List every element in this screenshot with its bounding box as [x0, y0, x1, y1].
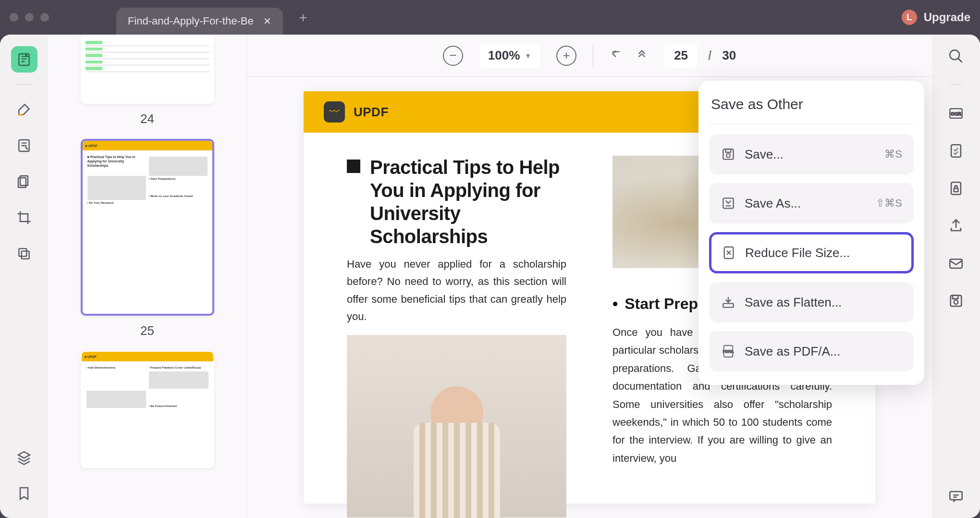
thumbnail-24[interactable]: · · · · · · · · · · · · · · · 24: [73, 35, 221, 126]
tab-close-icon[interactable]: ✕: [263, 15, 271, 27]
ocr-button[interactable]: OCR: [947, 104, 965, 123]
first-page-button[interactable]: [610, 48, 622, 63]
svg-text:OCR: OCR: [951, 111, 961, 116]
keyboard-shortcut: ⌘S: [884, 148, 902, 160]
zoom-level-value: 100%: [488, 48, 520, 63]
tab-title: Find-and-Apply-For-the-Be: [128, 15, 254, 27]
window-controls: [10, 13, 49, 22]
svg-rect-5: [22, 251, 29, 259]
current-page-input[interactable]: 25: [664, 43, 698, 68]
option-label: Reduce File Size...: [745, 246, 902, 260]
chevron-down-icon: ▼: [525, 52, 531, 60]
page-separator: /: [708, 48, 711, 63]
thumbnail-26[interactable]: ■ UPDF • Add Distinctiveness • Prepare F…: [73, 351, 221, 468]
save-option[interactable]: Save... ⌘S: [709, 134, 914, 174]
section-bullet-icon: [347, 160, 360, 173]
zoom-out-button[interactable]: −: [443, 46, 463, 66]
option-label: Save As...: [745, 196, 867, 211]
toolbar-divider: [593, 45, 593, 66]
option-label: Save as Flatten...: [745, 295, 902, 310]
comments-button[interactable]: [947, 487, 965, 506]
svg-point-18: [726, 154, 730, 158]
maximize-window-button[interactable]: [40, 13, 49, 22]
new-tab-button[interactable]: ＋: [296, 8, 310, 26]
upgrade-area[interactable]: L Upgrade: [902, 10, 970, 25]
svg-rect-12: [950, 259, 962, 268]
crop-tool-button[interactable]: [11, 204, 37, 231]
thumbnail-panel[interactable]: · · · · · · · · · · · · · · · 24 ■ UPDF: [48, 35, 247, 518]
illustration-image: [347, 335, 566, 518]
close-window-button[interactable]: [10, 13, 18, 22]
brand-logo-icon: [324, 101, 345, 123]
svg-rect-19: [726, 149, 731, 152]
section-intro-text: Have you never applied for a scholarship…: [347, 256, 566, 325]
upgrade-label: Upgrade: [924, 11, 970, 24]
bullet-icon: •: [612, 295, 618, 313]
thumbnail-page-number: 25: [140, 323, 154, 338]
pdfa-icon: PDF/A: [721, 344, 736, 359]
save-flatten-option[interactable]: Save as Flatten...: [709, 282, 914, 322]
thumbnail-25[interactable]: ■ UPDF ■ Practical Tips to Help You in A…: [73, 139, 221, 338]
top-toolbar: − 100% ▼ + 25 / 30: [247, 35, 932, 77]
left-toolbar: [0, 35, 48, 518]
reduce-file-size-option[interactable]: Reduce File Size...: [709, 232, 914, 273]
option-label: Save as PDF/A...: [745, 344, 902, 359]
section-title: Practical Tips to Help You in Applying f…: [370, 156, 566, 248]
right-toolbar: OCR: [932, 35, 980, 518]
save-panel-title: Save as Other: [709, 94, 914, 124]
highlighter-tool-button[interactable]: [11, 96, 37, 123]
sub-heading: Start Prep: [625, 295, 698, 313]
thumbnail-page-number: 24: [140, 111, 154, 126]
zoom-in-button[interactable]: +: [556, 46, 576, 66]
document-tab[interactable]: Find-and-Apply-For-the-Be ✕: [116, 8, 283, 35]
save-as-other-panel: Save as Other Save... ⌘S Save As... ⇧⌘S: [698, 81, 924, 385]
prev-page-button[interactable]: [636, 48, 648, 63]
svg-text:PDF/A: PDF/A: [723, 349, 734, 354]
page-indicator: 25 / 30: [664, 43, 736, 68]
toolbar-divider: [950, 85, 962, 85]
thumbnails-toggle-button[interactable]: [11, 444, 37, 470]
avatar-initial: L: [906, 12, 912, 23]
svg-point-6: [950, 50, 959, 60]
email-button[interactable]: [947, 254, 965, 272]
layers-tool-button[interactable]: [11, 240, 37, 267]
save-as-icon: [721, 196, 736, 211]
save-other-button[interactable]: [947, 292, 965, 310]
save-icon: [721, 147, 736, 162]
edit-tool-button[interactable]: [11, 132, 37, 159]
convert-button[interactable]: [947, 142, 965, 160]
protect-button[interactable]: [947, 179, 965, 197]
minimize-window-button[interactable]: [25, 13, 34, 22]
option-label: Save...: [745, 147, 876, 162]
svg-rect-11: [954, 188, 958, 192]
user-avatar[interactable]: L: [902, 10, 917, 25]
titlebar: Find-and-Apply-For-the-Be ✕ ＋ L Upgrade: [0, 0, 980, 35]
toolbar-divider: [17, 84, 31, 85]
save-pdfa-option[interactable]: PDF/A Save as PDF/A...: [709, 331, 914, 371]
svg-point-14: [954, 300, 958, 305]
pages-tool-button[interactable]: [11, 168, 37, 195]
svg-rect-4: [19, 248, 26, 256]
brand-name: UPDF: [354, 105, 389, 120]
svg-rect-16: [950, 492, 962, 500]
reader-mode-button[interactable]: [11, 46, 37, 73]
share-button[interactable]: [947, 217, 965, 235]
svg-rect-22: [723, 304, 733, 308]
keyboard-shortcut: ⇧⌘S: [876, 197, 902, 210]
svg-rect-15: [953, 296, 958, 299]
save-as-option[interactable]: Save As... ⇧⌘S: [709, 183, 914, 223]
flatten-icon: [721, 295, 736, 310]
zoom-level-dropdown[interactable]: 100% ▼: [479, 43, 540, 68]
total-pages: 30: [722, 48, 736, 63]
reduce-size-icon: [721, 245, 736, 260]
bookmark-toggle-button[interactable]: [11, 480, 37, 506]
search-button[interactable]: [947, 47, 965, 65]
